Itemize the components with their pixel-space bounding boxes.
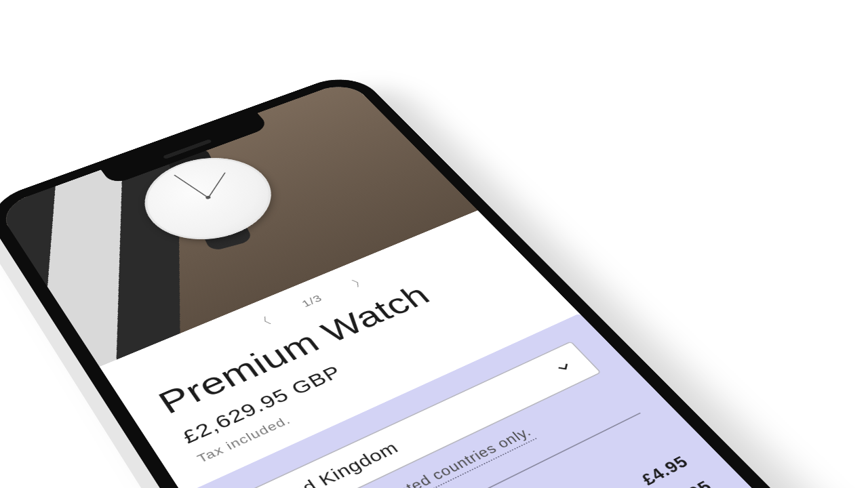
image-counter: 1/3 [299,293,325,310]
chevron-down-icon [552,359,576,376]
stage: 〈 1/3 〉 Premium Watch £2,629.95 GBP Tax … [0,0,868,488]
phone-frame: 〈 1/3 〉 Premium Watch £2,629.95 GBP Tax … [0,70,868,488]
prev-image-button[interactable]: 〈 [260,314,272,325]
next-image-button[interactable]: 〉 [351,277,362,287]
country-select-value: United Kingdom [252,439,402,488]
phone-screen: 〈 1/3 〉 Premium Watch £2,629.95 GBP Tax … [0,80,868,488]
phone-mockup: 〈 1/3 〉 Premium Watch £2,629.95 GBP Tax … [0,70,868,488]
shipping-option-price: £4.95 [637,453,692,488]
